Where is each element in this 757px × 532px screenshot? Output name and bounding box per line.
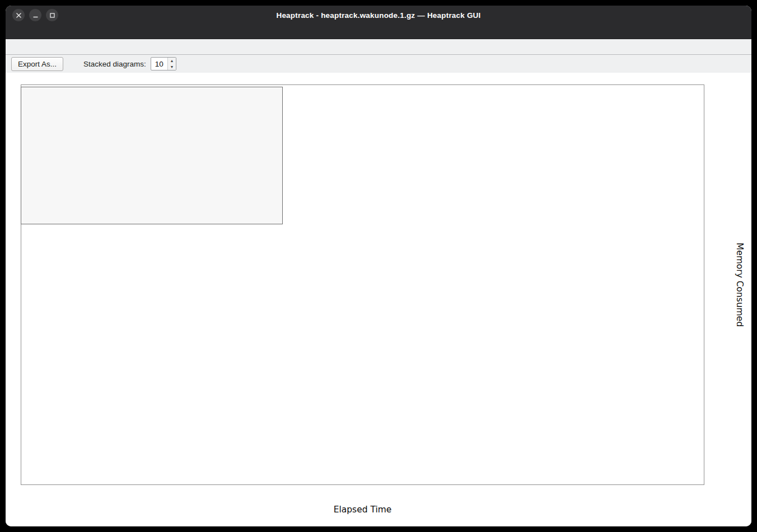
minimize-button[interactable]	[29, 9, 41, 21]
spinbox-buttons: ▲ ▼	[167, 58, 176, 70]
menubar	[6, 25, 751, 39]
spinbox-value: 10	[151, 58, 167, 70]
window-title: Heaptrack - heaptrack.wakunode.1.gz — He…	[6, 11, 751, 20]
maximize-button[interactable]	[46, 9, 58, 21]
titlebar: Heaptrack - heaptrack.wakunode.1.gz — He…	[6, 6, 751, 25]
app-window: Heaptrack - heaptrack.wakunode.1.gz — He…	[6, 6, 751, 526]
maximize-icon	[49, 12, 55, 18]
export-as-button[interactable]: Export As...	[11, 57, 63, 71]
chart-legend	[21, 87, 283, 224]
stacked-diagrams-spinbox[interactable]: 10 ▲ ▼	[151, 57, 176, 70]
x-axis-label: Elapsed Time	[21, 505, 704, 515]
stacked-diagrams-label: Stacked diagrams:	[83, 60, 146, 68]
spin-up-button[interactable]: ▲	[168, 58, 176, 64]
minimize-icon	[32, 12, 39, 18]
window-controls	[12, 9, 58, 21]
spin-down-button[interactable]: ▼	[168, 64, 176, 70]
y-axis-label: Memory Consumed	[735, 243, 745, 327]
close-button[interactable]	[12, 9, 25, 21]
close-icon	[16, 12, 22, 18]
toolbar: Export As... Stacked diagrams: 10 ▲ ▼	[6, 55, 751, 73]
tab-bar	[6, 39, 751, 55]
chart-area: Elapsed Time Memory Consumed	[6, 73, 751, 526]
